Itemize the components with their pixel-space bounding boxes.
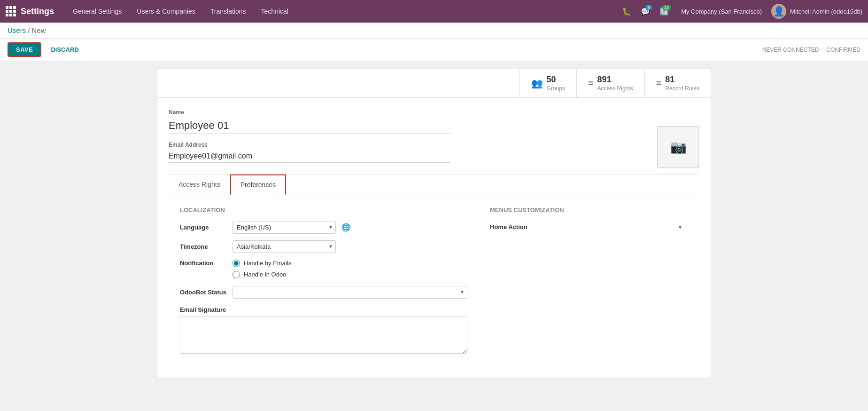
- action-bar: SAVE DISCARD NEVER CONNECTED CONFIRMED: [0, 39, 868, 61]
- timezone-select[interactable]: Asia/Kolkata UTC US/Eastern US/Pacific E…: [232, 240, 336, 253]
- groups-count: 50: [547, 75, 565, 85]
- nav-links: General Settings Users & Companies Trans…: [65, 0, 296, 23]
- language-select-wrapper: English (US) French (FR) German (DE) Spa…: [232, 221, 336, 234]
- notification-odoo-option[interactable]: Handle in Odoo: [232, 271, 291, 278]
- localization-title: Localization: [180, 206, 467, 213]
- access-rights-icon: ≡: [588, 78, 594, 88]
- record-rules-icon: ≡: [656, 78, 662, 88]
- menus-section: Menus Customization Home Action: [490, 206, 688, 355]
- home-action-label: Home Action: [490, 223, 537, 230]
- notification-email-option[interactable]: Handle by Emails: [232, 260, 291, 267]
- groups-label: Groups: [547, 85, 565, 92]
- tab-preferences[interactable]: Preferences: [230, 174, 286, 195]
- update-icon-btn[interactable]: 🔄 13: [657, 4, 672, 19]
- tabs: Access Rights Preferences: [169, 174, 699, 195]
- update-badge: 13: [662, 5, 671, 10]
- timezone-label: Timezone: [180, 243, 227, 250]
- form-body: 📷 Name Email Address Access Rights Prefe…: [157, 98, 711, 378]
- notification-email-radio[interactable]: [232, 260, 240, 267]
- odobot-label: OdooBot Status: [180, 289, 227, 296]
- language-select[interactable]: English (US) French (FR) German (DE) Spa…: [232, 221, 336, 234]
- photo-upload[interactable]: 📷: [657, 126, 699, 168]
- language-label: Language: [180, 224, 227, 231]
- globe-icon[interactable]: 🌐: [341, 223, 351, 232]
- form-card: 👥 50 Groups ≡ 891 Access Rights ≡ 81 Rec…: [157, 69, 711, 378]
- language-row: Language English (US) French (FR) German…: [180, 221, 467, 234]
- record-rules-label: Record Rules: [665, 85, 699, 92]
- email-signature-label: Email Signature: [180, 306, 467, 313]
- stat-access-rights[interactable]: ≡ 891 Access Rights: [576, 69, 644, 97]
- home-action-select-wrapper: [542, 221, 683, 233]
- access-rights-label: Access Rights: [597, 85, 633, 92]
- chat-icon-btn[interactable]: 💬 9: [638, 4, 653, 19]
- nav-translations[interactable]: Translations: [203, 0, 254, 23]
- app-menu-icon[interactable]: [6, 6, 16, 16]
- breadcrumb-parent[interactable]: Users: [8, 26, 26, 34]
- connection-status: NEVER CONNECTED: [762, 47, 819, 53]
- email-signature-row: Email Signature: [180, 306, 467, 355]
- odobot-row: OdooBot Status Disabled Enabled: [180, 286, 467, 299]
- navbar: Settings General Settings Users & Compan…: [0, 0, 868, 23]
- main-content: 👥 50 Groups ≡ 891 Access Rights ≡ 81 Rec…: [0, 61, 868, 397]
- notification-row: Notification Handle by Emails Handle in …: [180, 260, 467, 278]
- timezone-row: Timezone Asia/Kolkata UTC US/Eastern US/…: [180, 240, 467, 253]
- email-label: Email Address: [169, 142, 699, 148]
- user-avatar[interactable]: 👤: [771, 4, 786, 19]
- odobot-select-wrapper: Disabled Enabled: [232, 286, 467, 299]
- stats-bar: 👥 50 Groups ≡ 891 Access Rights ≡ 81 Rec…: [157, 69, 711, 98]
- tab-access-rights[interactable]: Access Rights: [169, 174, 230, 195]
- stat-groups[interactable]: 👥 50 Groups: [519, 69, 576, 97]
- localization-section: Localization Language English (US) Frenc…: [180, 206, 467, 355]
- notification-email-label: Handle by Emails: [244, 260, 291, 267]
- email-input[interactable]: [169, 150, 450, 163]
- discard-button[interactable]: DISCARD: [45, 43, 84, 56]
- nav-technical[interactable]: Technical: [254, 0, 296, 23]
- app-title: Settings: [21, 7, 54, 16]
- bug-icon-btn[interactable]: 🐛: [619, 4, 634, 19]
- notification-odoo-radio[interactable]: [232, 271, 240, 278]
- name-label: Name: [169, 109, 699, 116]
- odobot-select[interactable]: Disabled Enabled: [232, 286, 467, 299]
- nav-users-companies[interactable]: Users & Companies: [129, 0, 203, 23]
- save-button[interactable]: SAVE: [8, 42, 41, 57]
- camera-icon: 📷: [670, 139, 687, 155]
- notification-radio-group: Handle by Emails Handle in Odoo: [232, 260, 291, 278]
- name-input[interactable]: [169, 118, 450, 134]
- name-field-row: Name: [169, 109, 699, 134]
- access-rights-count: 891: [597, 75, 633, 85]
- email-field-row: Email Address: [169, 142, 699, 163]
- notification-odoo-label: Handle in Odoo: [244, 271, 286, 278]
- breadcrumb-bar: Users / New: [0, 23, 868, 39]
- notification-label: Notification: [180, 260, 227, 267]
- timezone-select-wrapper: Asia/Kolkata UTC US/Eastern US/Pacific E…: [232, 240, 336, 253]
- nav-right: 🐛 💬 9 🔄 13 My Company (San Francisco) 👤 …: [619, 4, 862, 19]
- record-status: CONFIRMED: [826, 47, 860, 53]
- groups-icon: 👥: [531, 78, 543, 89]
- avatar-icon: 👤: [773, 6, 785, 17]
- company-selector[interactable]: My Company (San Francisco): [675, 8, 767, 15]
- chat-badge: 9: [645, 5, 652, 10]
- nav-general-settings[interactable]: General Settings: [65, 0, 129, 23]
- app-brand[interactable]: Settings: [6, 6, 54, 16]
- stat-record-rules[interactable]: ≡ 81 Record Rules: [644, 69, 711, 97]
- bug-icon: 🐛: [622, 7, 631, 16]
- preferences-tab-content: Localization Language English (US) Frenc…: [169, 195, 699, 366]
- user-menu[interactable]: Mitchell Admin (odoo15db): [790, 8, 862, 15]
- record-rules-count: 81: [665, 75, 699, 85]
- home-action-select[interactable]: [542, 221, 683, 233]
- menus-title: Menus Customization: [490, 206, 688, 213]
- breadcrumb-current: New: [31, 26, 46, 34]
- preferences-grid: Localization Language English (US) Frenc…: [180, 206, 688, 355]
- email-signature-textarea[interactable]: [180, 316, 467, 354]
- home-action-row: Home Action: [490, 221, 688, 233]
- breadcrumb-separator: /: [28, 26, 30, 34]
